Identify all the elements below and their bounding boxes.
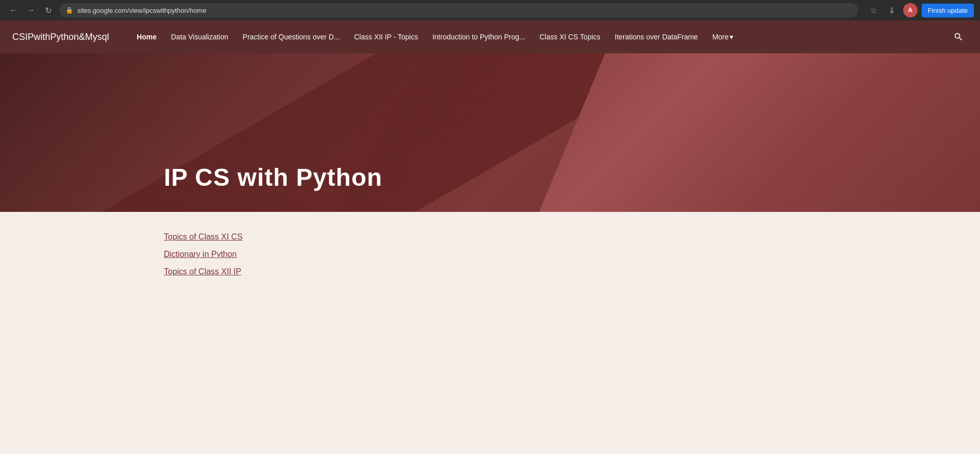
- search-icon[interactable]: [949, 28, 968, 46]
- nav-item-more[interactable]: More ▾: [705, 29, 740, 45]
- finish-update-button[interactable]: Finish update: [922, 4, 974, 17]
- link-topics-class11-cs[interactable]: Topics of Class XI CS: [164, 232, 980, 242]
- content-links: Topics of Class XI CS Dictionary in Pyth…: [164, 232, 980, 276]
- site-nav: Home Data Visualization Practice of Ques…: [130, 29, 949, 45]
- hero-content: IP CS with Python: [0, 163, 382, 191]
- nav-item-home[interactable]: Home: [130, 29, 164, 45]
- back-button[interactable]: ←: [6, 3, 20, 17]
- chevron-down-icon: ▾: [730, 33, 733, 41]
- link-topics-class12-ip[interactable]: Topics of Class XII IP: [164, 267, 980, 276]
- site-header: CSIPwithPython&Mysql Home Data Visualiza…: [0, 20, 980, 53]
- browser-controls: ← → ↻: [6, 3, 55, 17]
- nav-item-data-visualization[interactable]: Data Visualization: [164, 29, 236, 45]
- nav-item-class12-ip[interactable]: Class XII IP - Topics: [347, 29, 425, 45]
- address-bar[interactable]: 🔒 sites.google.com/view/ipcswithpython/h…: [59, 3, 858, 17]
- url-text: sites.google.com/view/ipcswithpython/hom…: [77, 7, 852, 14]
- download-button[interactable]: ⇓: [885, 3, 899, 17]
- site-title[interactable]: CSIPwithPython&Mysql: [12, 32, 109, 42]
- main-content: Topics of Class XI CS Dictionary in Pyth…: [0, 212, 980, 437]
- hero-title: IP CS with Python: [164, 163, 382, 191]
- link-dictionary-python[interactable]: Dictionary in Python: [164, 250, 980, 259]
- lock-icon: 🔒: [66, 7, 73, 14]
- nav-item-practice[interactable]: Practice of Questions over D...: [236, 29, 347, 45]
- hero-section: IP CS with Python: [0, 53, 980, 212]
- reload-button[interactable]: ↻: [41, 3, 55, 17]
- bookmark-button[interactable]: ☆: [866, 3, 881, 17]
- more-label: More: [712, 33, 729, 41]
- avatar[interactable]: A: [903, 3, 918, 17]
- forward-button[interactable]: →: [24, 3, 38, 17]
- nav-item-intro-python[interactable]: Introduction to Python Prog...: [425, 29, 532, 45]
- browser-actions: ☆ ⇓ A Finish update: [866, 3, 974, 17]
- nav-item-class11-cs[interactable]: Class XI CS Topics: [532, 29, 608, 45]
- browser-chrome: ← → ↻ 🔒 sites.google.com/view/ipcswithpy…: [0, 0, 980, 20]
- nav-item-iterations[interactable]: Iterations over DataFrame: [608, 29, 706, 45]
